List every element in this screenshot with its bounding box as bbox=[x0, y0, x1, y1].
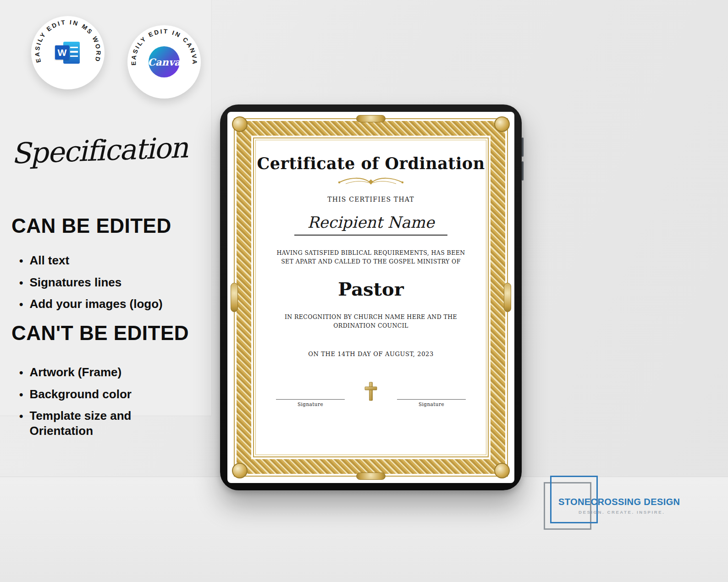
signature-line-left: Signature bbox=[276, 399, 345, 407]
frame-side-ornament bbox=[356, 472, 386, 480]
list-item: Signatures lines bbox=[19, 275, 184, 290]
word-letter-tile: W bbox=[55, 45, 69, 60]
certificate-content: Certificate of Ordination bbox=[257, 141, 485, 454]
brand-tagline: DESIGN. CREATE. INSPIRE. bbox=[579, 510, 665, 515]
specification-title: Specification bbox=[11, 131, 186, 170]
can-be-edited-list: All text Signatures lines Add your image… bbox=[19, 253, 184, 318]
canva-wordmark: Canva bbox=[148, 56, 180, 68]
brand-name: STONECROSSING DESIGN bbox=[558, 497, 680, 507]
canva-icon: Canva bbox=[149, 46, 180, 77]
word-page-lines bbox=[70, 47, 78, 60]
list-item: Artwork (Frame) bbox=[19, 365, 184, 380]
cant-be-edited-heading: CAN'T BE EDITED bbox=[11, 322, 189, 345]
list-item-label: Template size and Orientation bbox=[29, 408, 184, 438]
list-item: Add your images (logo) bbox=[19, 296, 184, 312]
ministry-role: Pastor bbox=[257, 278, 485, 300]
frame-side-ornament bbox=[356, 115, 386, 122]
signature-row: Signature bbox=[257, 381, 485, 407]
frame-corner-medallion bbox=[232, 116, 248, 132]
list-item-label: Add your images (logo) bbox=[29, 296, 162, 312]
certificate-body-1: HAVING SATISFIED BIBLICAL REQUIREMENTS, … bbox=[270, 248, 472, 266]
canva-badge: EASILY EDIT IN CANVA Canva bbox=[127, 25, 201, 99]
frame-corner-medallion bbox=[494, 116, 510, 132]
frame-corner-medallion bbox=[232, 463, 248, 478]
list-item-label: Artwork (Frame) bbox=[29, 365, 121, 380]
certificate-title: Certificate of Ordination bbox=[257, 154, 485, 173]
product-mockup-scene: EASILY EDIT IN MS WORD W EASILY EDIT IN … bbox=[0, 0, 728, 582]
list-item-label: Background color bbox=[29, 387, 131, 402]
date-line: ON THE 14TH DAY OF AUGUST, 2023 bbox=[257, 351, 485, 357]
list-item: All text bbox=[19, 253, 184, 268]
list-item-label: Signatures lines bbox=[29, 275, 121, 290]
list-item: Template size and Orientation bbox=[19, 408, 184, 438]
ms-word-badge: EASILY EDIT IN MS WORD W bbox=[31, 16, 105, 89]
list-item-label: All text bbox=[29, 253, 69, 268]
frame-side-ornament bbox=[231, 283, 238, 312]
certifies-line: THIS CERTIFIES THAT bbox=[257, 196, 485, 203]
certificate-document: Certificate of Ordination bbox=[234, 118, 508, 477]
tablet-mockup: Certificate of Ordination bbox=[220, 104, 522, 490]
list-item: Background color bbox=[19, 387, 184, 402]
brand-logo: STONECROSSING DESIGN DESIGN. CREATE. INS… bbox=[544, 475, 681, 535]
certificate-body-2: IN RECOGNITION BY CHURCH NAME HERE AND T… bbox=[270, 313, 472, 330]
cant-be-edited-list: Artwork (Frame) Background color Templat… bbox=[19, 365, 184, 445]
frame-side-ornament bbox=[504, 283, 511, 312]
flourish-icon bbox=[257, 176, 485, 188]
tablet-volume-button bbox=[522, 137, 524, 157]
frame-corner-medallion bbox=[494, 463, 510, 478]
tablet-screen: Certificate of Ordination bbox=[227, 112, 514, 483]
tablet-volume-button bbox=[522, 161, 524, 181]
signature-line-right: Signature bbox=[397, 399, 466, 407]
cross-icon bbox=[364, 381, 378, 403]
can-be-edited-heading: CAN BE EDITED bbox=[11, 214, 171, 237]
recipient-name: Recipient Name bbox=[294, 213, 447, 236]
ms-word-icon: W bbox=[55, 41, 81, 65]
